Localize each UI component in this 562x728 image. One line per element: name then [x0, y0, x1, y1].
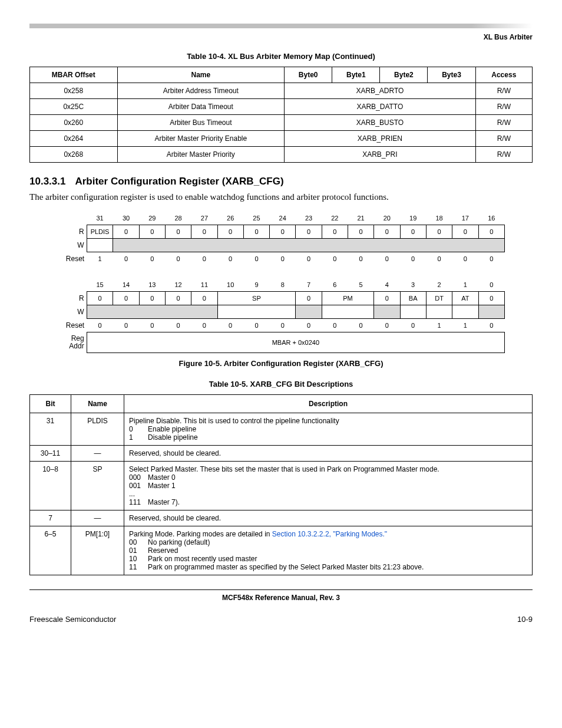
reset-row-hi: Reset 1000 0000 0000 0000: [57, 252, 505, 266]
col-byte3: Byte3: [428, 67, 475, 83]
col-name: Name: [117, 67, 285, 83]
footer-right: 10-9: [517, 615, 533, 624]
table-10-5-caption: Table 10-5. XARB_CFG Bit Descriptions: [29, 380, 533, 388]
table-row: 0x260Arbiter Bus TimeoutXARB_BUSTOR/W: [30, 115, 533, 131]
table-10-5: Bit Name Description 31PLDISPipeline Dis…: [29, 394, 533, 575]
figure-10-5-caption: Figure 10-5. Arbiter Configuration Regis…: [29, 359, 533, 368]
bit-numbers-lo: 15141312 111098 7654 3210: [57, 278, 505, 292]
section-number: 10.3.3.1: [29, 176, 65, 187]
table-row: Bit Name Description: [30, 395, 533, 413]
section-heading: 10.3.3.1Arbiter Configuration Register (…: [29, 176, 533, 187]
table-row: 0x264Arbiter Master Priority EnableXARB_…: [30, 131, 533, 147]
section-title: Arbiter Configuration Register (XARB_CFG…: [75, 176, 283, 187]
table-row: 6–5PM[1:0]Parking Mode. Parking modes ar…: [30, 526, 533, 575]
footer-rule: [29, 589, 533, 590]
table-row: 30–11—Reserved, should be cleared.: [30, 446, 533, 462]
col-byte1: Byte1: [332, 67, 380, 83]
table-row: 7—Reserved, should be cleared.: [30, 510, 533, 526]
table-row: MBAR Offset Name Byte0 Byte1 Byte2 Byte3…: [30, 67, 533, 83]
col-byte0: Byte0: [285, 67, 332, 83]
section-body: The arbiter configuration register is us…: [29, 192, 533, 202]
top-gradient-bar: [29, 24, 533, 28]
col-mbar-offset: MBAR Offset: [30, 67, 118, 83]
figure-10-5-register: 31302928 27262524 23222120 19181716 R PL…: [57, 212, 505, 353]
w-row-lo: W: [57, 305, 505, 319]
table-10-4: MBAR Offset Name Byte0 Byte1 Byte2 Byte3…: [29, 67, 533, 163]
r-row-hi: R PLDIS000 0000 0000 0000: [57, 225, 505, 239]
col-description: Description: [124, 395, 533, 413]
col-access: Access: [475, 67, 532, 83]
footer-left: Freescale Semiconductor: [29, 615, 116, 624]
table-10-4-caption: Table 10-4. XL Bus Arbiter Memory Map (C…: [29, 52, 533, 61]
col-name: Name: [71, 395, 124, 413]
col-byte2: Byte2: [380, 67, 428, 83]
bit-numbers-hi: 31302928 27262524 23222120 19181716: [57, 212, 505, 225]
table-row: 0x25CArbiter Data TimeoutXARB_DATTOR/W: [30, 99, 533, 115]
table-row: 31PLDISPipeline Disable. This bit is use…: [30, 413, 533, 446]
reg-addr-row: RegAddr MBAR + 0x0240: [57, 332, 505, 353]
reset-row-lo: Reset 0000 0000 0000 0110: [57, 319, 505, 332]
col-bit: Bit: [30, 395, 71, 413]
r-row-lo: R 00000 SP 0 PM 0 BA DT AT 0: [57, 292, 505, 305]
table-row: 0x268Arbiter Master PriorityXARB_PRIR/W: [30, 147, 533, 163]
w-row-hi: W: [57, 239, 505, 252]
footer-title: MCF548x Reference Manual, Rev. 3: [29, 594, 533, 602]
table-row: 10–8SPSelect Parked Master. These bits s…: [30, 462, 533, 510]
cross-ref-link[interactable]: Section 10.3.2.2.2, "Parking Modes.": [272, 530, 387, 538]
table-row: 0x258Arbiter Address TimeoutXARB_ADRTOR/…: [30, 83, 533, 99]
running-head: XL Bus Arbiter: [29, 33, 533, 41]
